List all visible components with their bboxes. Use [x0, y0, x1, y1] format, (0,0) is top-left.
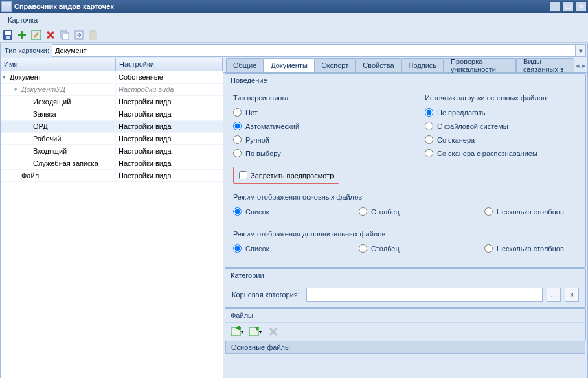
tree-node-settings: Настройки вида — [116, 133, 223, 144]
tree-node-name: Исходящий — [33, 98, 71, 106]
delete-icon[interactable] — [45, 30, 56, 40]
tree-toggle-icon[interactable]: ▾ — [12, 86, 19, 93]
tree-toggle-icon — [24, 148, 30, 154]
no-preview-label: Запретить предпросмотр — [251, 172, 334, 179]
main-mode-label: Режим отображения основных файлов — [233, 193, 578, 201]
tree-node-settings: Настройки вида — [116, 96, 223, 108]
copy-icon[interactable] — [60, 30, 70, 40]
tree-row[interactable]: ФайлНастройки вида — [1, 170, 223, 182]
main-mode-list[interactable]: Список — [233, 207, 326, 216]
tab-scroll-right[interactable]: ▸ — [581, 59, 587, 72]
filter-bar: Тип карточки: Документ ▾ — [0, 43, 588, 58]
add-file-icon[interactable]: ▾ — [231, 325, 243, 338]
tree-node-name: Заявка — [33, 110, 56, 118]
tree-node-settings: Собственные — [116, 71, 223, 83]
col-settings[interactable]: Настройки — [116, 58, 223, 71]
tree-node-settings: Настройки вида — [116, 108, 223, 120]
no-preview-checkbox[interactable]: Запретить предпросмотр — [233, 167, 339, 184]
tree-row[interactable]: ▾ДокументСобственные — [1, 71, 223, 84]
tree-toggle-icon — [24, 160, 30, 167]
tree-row[interactable]: ВходящийНастройки вида — [1, 145, 223, 157]
tree-grid[interactable]: ▾ДокументСобственные▾ДокументУДНастройки… — [1, 71, 223, 378]
tab-scroll-left[interactable]: ◂ — [574, 59, 580, 72]
versioning-auto[interactable]: Автоматический — [233, 122, 386, 130]
tab-general[interactable]: Общие — [226, 58, 264, 72]
minimize-button[interactable]: _ — [549, 1, 561, 12]
tab-unique[interactable]: Проверка уникальности — [444, 58, 516, 72]
tree-toggle-icon — [12, 172, 19, 179]
root-category-input[interactable] — [306, 288, 543, 302]
tree-node-name: Рабочий — [33, 135, 61, 143]
chevron-down-icon: ▾ — [259, 329, 262, 335]
svg-rect-1 — [5, 31, 11, 35]
extra-mode-multi[interactable]: Несколько столбцов — [484, 244, 578, 253]
svg-rect-10 — [91, 30, 95, 32]
tree-row[interactable]: ОРДНастройки вида — [1, 121, 223, 133]
add-icon[interactable] — [17, 30, 27, 40]
source-label: Источник загрузки основных файлов: — [425, 94, 578, 102]
add-folder-icon[interactable]: ▾ — [249, 325, 262, 338]
main-files-label: Основные файлы — [225, 341, 585, 354]
window-title: Справочник видов карточек — [14, 3, 548, 10]
tree-node-settings: Настройки вида — [116, 170, 223, 181]
dropdown-icon[interactable]: ▾ — [575, 45, 585, 56]
source-none[interactable]: Не предлагать — [425, 108, 578, 117]
versioning-manual[interactable]: Ручной — [233, 135, 386, 144]
export-icon[interactable] — [74, 30, 84, 40]
paste-icon[interactable] — [88, 30, 98, 40]
extra-mode-label: Режим отображения дополнительных файлов — [233, 230, 578, 238]
tab-properties[interactable]: Свойства — [356, 58, 401, 72]
edit-icon[interactable] — [31, 30, 41, 40]
no-preview-input[interactable] — [239, 171, 247, 179]
tree-toggle-icon — [24, 98, 30, 105]
main-mode-column[interactable]: Столбец — [359, 207, 452, 216]
root-category-clear[interactable]: × — [565, 288, 579, 302]
main-mode-multi[interactable]: Несколько столбцов — [484, 207, 578, 216]
tree-node-settings: Настройки вида — [116, 121, 223, 132]
remove-file-icon[interactable] — [267, 325, 280, 338]
tree-toggle-icon — [24, 123, 30, 130]
behavior-group: Поведение Тип версионинга: Нет Автоматич… — [225, 73, 586, 268]
tree-node-name: ДокументУД — [21, 86, 65, 93]
root-category-label: Корневая категория: — [232, 291, 300, 299]
maximize-button[interactable]: □ — [562, 1, 574, 12]
root-category-browse[interactable]: … — [547, 288, 561, 302]
tab-sign[interactable]: Подпись — [401, 58, 444, 72]
categories-head: Категории — [225, 269, 585, 282]
save-icon[interactable] — [3, 30, 13, 40]
svg-rect-7 — [63, 33, 69, 40]
tree-node-name: Входящий — [33, 147, 67, 155]
tab-linked[interactable]: Виды связанных з — [516, 58, 574, 72]
source-scanner[interactable]: Со сканера — [425, 135, 578, 144]
versioning-none[interactable]: Нет — [233, 108, 386, 117]
svg-rect-2 — [6, 36, 10, 39]
versioning-choice[interactable]: По выбору — [233, 149, 386, 157]
tree-header: Имя Настройки — [1, 58, 223, 71]
tab-bar: Общие Документы Экспорт Свойства Подпись… — [223, 58, 587, 73]
tree-row[interactable]: ЗаявкаНастройки вида — [1, 108, 223, 121]
card-type-select[interactable]: Документ ▾ — [52, 44, 586, 57]
source-scanner-ocr[interactable]: Со сканера с распознаванием — [425, 149, 578, 157]
tree-row[interactable]: ▾ДокументУДНастройки вида — [1, 84, 223, 96]
filter-label: Тип карточки: — [2, 47, 52, 54]
tree-toggle-icon — [24, 111, 30, 117]
menu-card[interactable]: Карточка — [4, 15, 41, 25]
menubar: Карточка — [0, 13, 588, 27]
chevron-down-icon: ▾ — [241, 329, 243, 335]
tree-row[interactable]: Служебная запискаНастройки вида — [1, 157, 223, 170]
tree-node-name: Документ — [10, 73, 41, 81]
tree-row[interactable]: ИсходящийНастройки вида — [1, 96, 223, 108]
app-icon — [1, 1, 12, 12]
tree-row[interactable]: РабочийНастройки вида — [1, 133, 223, 145]
source-fs[interactable]: С файловой системы — [425, 122, 578, 130]
col-name[interactable]: Имя — [1, 58, 116, 71]
versioning-label: Тип версионинга: — [233, 94, 386, 102]
tab-export[interactable]: Экспорт — [315, 58, 356, 72]
tab-documents[interactable]: Документы — [264, 58, 315, 72]
extra-mode-column[interactable]: Столбец — [359, 244, 452, 253]
card-type-value: Документ — [55, 47, 87, 54]
extra-mode-list[interactable]: Список — [233, 244, 326, 253]
close-button[interactable]: ✕ — [575, 1, 587, 12]
titlebar: Справочник видов карточек _ □ ✕ — [0, 0, 588, 13]
tree-toggle-icon[interactable]: ▾ — [1, 74, 7, 80]
